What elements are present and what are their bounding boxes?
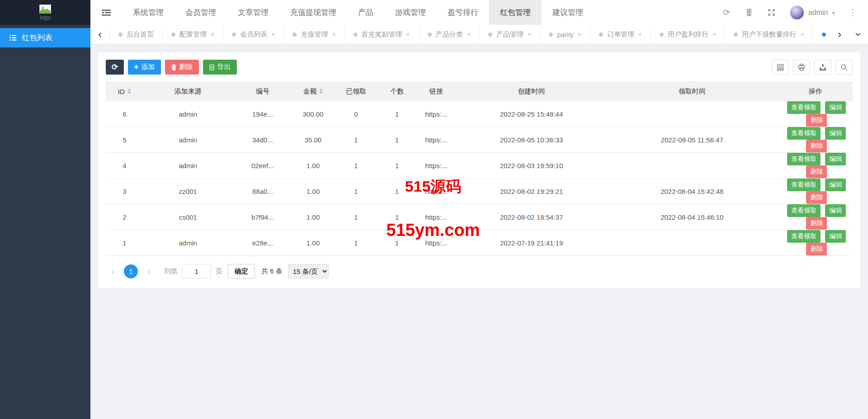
trash-icon[interactable] xyxy=(745,8,754,17)
cell-created-at: 2022-08-02 19:29:21 xyxy=(457,179,606,204)
tab-close-icon[interactable] xyxy=(578,31,581,38)
edit-button[interactable]: 编辑 xyxy=(825,127,846,140)
row-delete-button[interactable]: 删除 xyxy=(806,114,827,127)
fullscreen-icon[interactable] xyxy=(767,8,776,17)
tabs-scroll-left-icon[interactable] xyxy=(90,25,109,44)
sidebar-toggle-icon[interactable] xyxy=(90,0,122,25)
column-header[interactable]: 已领取 xyxy=(334,81,378,101)
tab[interactable]: 产品管理 xyxy=(480,25,540,44)
data-table: ID 添加来源 编号 金额 已领取 个数 链接 xyxy=(106,81,853,256)
sidebar-item-redpacket-list[interactable]: 红包列表 xyxy=(0,28,90,47)
topnav-item[interactable]: 游戏管理 xyxy=(384,0,437,25)
topnav-item[interactable]: 文章管理 xyxy=(227,0,279,25)
topnav-item[interactable]: 建议管理 xyxy=(542,0,594,25)
topnav-item[interactable]: 充值提现管理 xyxy=(279,0,347,25)
topnav-item[interactable]: 红包管理 xyxy=(489,0,542,25)
avatar[interactable] xyxy=(790,5,804,20)
topnav-item[interactable]: 产品 xyxy=(347,0,384,25)
next-page-icon[interactable] xyxy=(142,264,156,278)
tabs-scroll-right-icon[interactable] xyxy=(830,25,849,44)
tab[interactable]: 红包列表 xyxy=(813,25,830,44)
cell-actions: 查看领取 编辑 删除 xyxy=(778,127,853,153)
view-claims-button[interactable]: 查看领取 xyxy=(787,153,821,165)
topnav-item[interactable]: 盈亏排行 xyxy=(437,0,489,25)
tab-close-icon[interactable] xyxy=(271,31,275,38)
tab-dot-icon xyxy=(232,33,236,37)
column-header[interactable]: 链接 xyxy=(416,81,457,101)
column-header[interactable]: ID xyxy=(106,81,143,101)
goto-page-input[interactable] xyxy=(182,264,211,278)
tab-close-icon[interactable] xyxy=(406,31,410,38)
edit-button[interactable]: 编辑 xyxy=(825,153,846,165)
kebab-menu-icon[interactable] xyxy=(849,7,857,18)
tab[interactable]: parity xyxy=(540,25,590,44)
print-icon[interactable] xyxy=(793,60,810,75)
view-claims-button[interactable]: 查看领取 xyxy=(787,230,821,243)
tab-close-icon[interactable] xyxy=(332,31,335,38)
topnav-item[interactable]: 会员管理 xyxy=(175,0,227,25)
table-row: 2 cs001 b7f94... 1.00 1 1 https:... 2022… xyxy=(106,204,853,230)
column-header[interactable]: 创建时间 xyxy=(457,81,606,101)
import-icon[interactable] xyxy=(814,60,831,75)
row-delete-button[interactable]: 删除 xyxy=(806,191,827,204)
columns-toggle-icon[interactable] xyxy=(772,60,789,75)
page-size-select[interactable]: 15 条/页 xyxy=(288,264,329,278)
row-delete-button[interactable]: 删除 xyxy=(806,217,827,230)
add-button[interactable]: 添加 xyxy=(128,60,161,75)
column-header[interactable]: 个数 xyxy=(378,81,416,101)
view-claims-button[interactable]: 查看领取 xyxy=(787,101,821,114)
column-header[interactable]: 编号 xyxy=(233,81,292,101)
column-header[interactable]: 金额 xyxy=(292,81,334,101)
tab-close-icon[interactable] xyxy=(467,31,471,38)
edit-button[interactable]: 编辑 xyxy=(825,179,846,191)
tab[interactable]: 产品分类 xyxy=(419,25,480,44)
tab[interactable]: 配置管理 xyxy=(163,25,223,44)
search-icon[interactable] xyxy=(835,60,853,75)
prev-page-icon[interactable] xyxy=(106,264,120,278)
refresh-button[interactable] xyxy=(106,60,124,75)
sort-icon[interactable] xyxy=(127,87,131,96)
column-header[interactable]: 操作 xyxy=(778,81,853,101)
delete-button[interactable]: 删除 xyxy=(165,60,199,75)
cell-source: zz001 xyxy=(143,179,233,204)
refresh-icon[interactable] xyxy=(722,8,731,17)
tab[interactable]: 充值管理 xyxy=(284,25,344,44)
cell-link: https:... xyxy=(416,179,457,204)
tab[interactable]: 会员列表 xyxy=(223,25,284,44)
user-menu[interactable]: admin xyxy=(790,5,835,20)
page-number[interactable]: 1 xyxy=(124,264,138,278)
content-panel: 添加 删除 导出 xyxy=(99,52,860,288)
view-claims-button[interactable]: 查看领取 xyxy=(787,179,821,191)
column-header[interactable]: 领取时间 xyxy=(606,81,778,101)
top-nav: 系统管理 会员管理 文章管理 充值提现管理 产品 游戏管理 盈亏排行 红包管理 … xyxy=(122,0,594,25)
sort-icon[interactable] xyxy=(319,87,323,96)
tab-close-icon[interactable] xyxy=(211,31,214,38)
cell-source: admin xyxy=(143,101,233,127)
tab[interactable]: 订单管理 xyxy=(590,25,651,44)
column-header[interactable]: 添加来源 xyxy=(143,81,233,101)
cell-actions: 查看领取 编辑 删除 xyxy=(778,179,853,204)
edit-button[interactable]: 编辑 xyxy=(825,101,846,114)
confirm-button[interactable]: 确定 xyxy=(228,264,255,278)
edit-button[interactable]: 编辑 xyxy=(825,204,846,217)
tab-close-icon[interactable] xyxy=(528,31,531,38)
cell-claimed-at xyxy=(606,101,778,127)
topnav-item-label: 充值提现管理 xyxy=(290,7,336,18)
tab[interactable]: 后台首页 xyxy=(110,25,163,44)
tab[interactable]: 用户盈利排行 xyxy=(651,25,725,44)
tab-close-icon[interactable] xyxy=(712,31,716,38)
tab-close-icon[interactable] xyxy=(638,31,642,38)
topnav-item[interactable]: 系统管理 xyxy=(122,0,175,25)
view-claims-button[interactable]: 查看领取 xyxy=(787,204,821,217)
logo-area: logo xyxy=(0,0,90,25)
row-delete-button[interactable]: 删除 xyxy=(806,165,827,178)
row-delete-button[interactable]: 删除 xyxy=(806,243,827,255)
export-button[interactable]: 导出 xyxy=(203,60,237,75)
edit-button[interactable]: 编辑 xyxy=(825,230,846,243)
tab[interactable]: 首充奖励管理 xyxy=(345,25,419,44)
tab-close-icon[interactable] xyxy=(800,31,804,38)
tabs-dropdown-icon[interactable] xyxy=(849,25,868,44)
tab[interactable]: 用户下级数量排行 xyxy=(725,25,813,44)
view-claims-button[interactable]: 查看领取 xyxy=(787,127,821,140)
row-delete-button[interactable]: 删除 xyxy=(806,140,827,152)
